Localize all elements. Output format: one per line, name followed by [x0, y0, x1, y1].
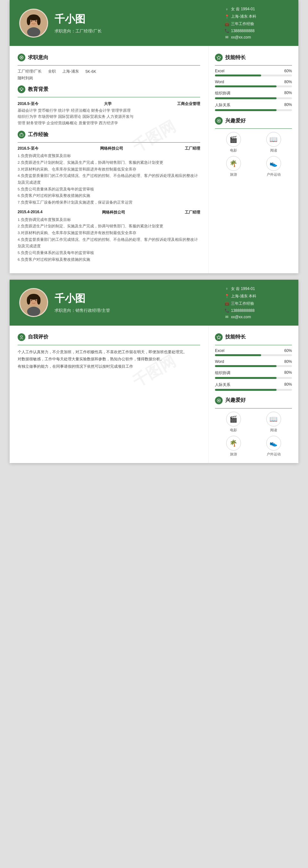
skill-bar-bg: [215, 354, 292, 356]
right-col-1: 技能特长 Excel 60% Word 80%: [209, 46, 298, 273]
skills-title-text-2: 技能特长: [225, 334, 246, 340]
skill-header: 组织协调 80%: [215, 91, 292, 96]
skill-bar-fill: [215, 377, 277, 379]
resume-page-1: 千小图 求职意向：工厂经理/厂长 ♀ 女 齿 1994-01 📍 上海-浦东 本…: [10, 0, 298, 273]
skill-percent: 80%: [284, 359, 292, 364]
candidate-intent-1: 求职意向：工厂经理/厂长: [55, 28, 218, 34]
skill-bar-fill: [215, 389, 277, 391]
edu-header-1: 2016.5-至今 大学 工商企业管理: [18, 100, 200, 107]
work-title-text-1: 工作经验: [28, 131, 48, 138]
phone-icon-2: 📞: [225, 308, 229, 313]
body-2: 自我评价 个人工作认真努力，不介意加班，对工作积极性高，不喜欢把工作留在明天，即…: [10, 326, 298, 463]
hobbies-icon-1: [215, 117, 223, 125]
skill-percent: 80%: [284, 382, 292, 388]
skill-name: 人际关系: [215, 102, 230, 108]
skill-percent: 60%: [284, 69, 292, 73]
work-header-j2: 2015.4-2016.4 网络科技公司 工厂经理: [18, 210, 200, 215]
skill-item: 人际关系 80%: [215, 382, 292, 391]
svg-point-9: [21, 57, 22, 58]
skill-name: 组织协调: [215, 370, 230, 376]
self-icon-2: [18, 333, 25, 341]
skill-item: 人际关系 80%: [215, 102, 292, 111]
section-skills-title-2: 技能特长: [215, 333, 292, 341]
work-job-2: 2015.4-2016.4 网络科技公司 工厂经理 1.负责协调完成年度预算及目…: [18, 210, 200, 263]
hobby-icon: 📖: [266, 132, 281, 147]
work-duties-j2: 1.负责协调完成年度预算及目标 2.负责跟进生产计划的制定、实施及生产完成，协调…: [18, 216, 200, 263]
skill-bar-bg: [215, 86, 292, 87]
skill-percent: 80%: [284, 91, 292, 96]
hobby-icon: 📖: [266, 412, 281, 427]
hobby-label: 户外运动: [267, 452, 281, 457]
skill-bar-fill: [215, 74, 261, 76]
hobby-icon: 🌴: [226, 436, 241, 451]
svg-point-16: [27, 307, 40, 316]
email-icon-1: ✉: [225, 35, 229, 39]
section-hobbies-title-1: 兴趣爱好: [215, 117, 292, 125]
skills-list-1: Excel 60% Word 80% 组织协调 80%: [215, 69, 292, 111]
skills-list-2: Excel 60% Word 80% 组织协调 80%: [215, 348, 292, 391]
svg-point-5: [37, 17, 40, 25]
hobby-icon: 🎬: [226, 132, 241, 147]
hobby-label: 阅读: [270, 428, 277, 433]
header-info-1: ♀ 女 齿 1994-01 📍 上海-浦东 本科 💼 三年工作经验 📞 1388…: [225, 6, 289, 39]
intent-type-1: 全职: [48, 69, 56, 74]
svg-rect-11: [21, 90, 22, 91]
hobby-icon: 👟: [266, 436, 281, 451]
header-2: 千小图 求职意向：销售行政经理/主管 ♀ 女 齿 1994-01 📍 上海-浦东…: [10, 280, 298, 326]
svg-point-23: [21, 336, 23, 338]
info-phone-1: 📞 13888888888: [225, 29, 289, 33]
hobby-item: 🌴 旅游: [215, 156, 252, 177]
skill-item: 组织协调 80%: [215, 91, 292, 99]
avatar-1: [19, 9, 48, 38]
info-phone-2: 📞 13888888888: [225, 308, 289, 313]
location-icon-2: 📍: [225, 294, 229, 298]
hobby-label: 旅游: [230, 452, 237, 457]
hobbies-grid-2: 🎬 电影 📖 阅读 🌴 旅游 👟 户外运动: [215, 412, 292, 457]
avatar-2: [19, 288, 48, 317]
skill-header: Excel 60%: [215, 348, 292, 353]
work-duties-j1: 1.负责协调完成年度预算及目标 2.负责跟进生产计划的制定、实施及生产完成，协调…: [18, 153, 200, 206]
info-location-1: 📍 上海-浦东 本科: [225, 14, 289, 19]
skill-bar-bg: [215, 74, 292, 76]
svg-point-20: [37, 296, 40, 304]
candidate-intent-2: 求职意向：销售行政经理/主管: [55, 308, 218, 313]
info-gender-2: ♀ 女 齿 1994-01: [225, 286, 289, 291]
intent-role-1: 工厂经理/厂长: [18, 69, 42, 74]
skill-header: 人际关系 80%: [215, 382, 292, 388]
hobby-item: 👟 户外运动: [255, 156, 292, 177]
skill-bar-fill: [215, 109, 277, 111]
info-location-2: 📍 上海-浦东 本科: [225, 293, 289, 299]
work-icon-1: [18, 131, 25, 138]
info-gender-1: ♀ 女 齿 1994-01: [225, 6, 289, 12]
location-icon-1: 📍: [225, 14, 229, 19]
hobby-label: 阅读: [270, 148, 277, 153]
section-edu-title-1: 教育背景: [18, 86, 200, 93]
skill-percent: 80%: [284, 102, 292, 108]
skill-name: 组织协调: [215, 91, 230, 96]
intent-salary-1: 5K-6K: [85, 69, 96, 74]
right-col-2: 技能特长 Excel 60% Word 80%: [209, 326, 298, 463]
svg-marker-10: [20, 88, 24, 90]
skill-bar-bg: [215, 97, 292, 99]
hobby-item: 🎬 电影: [215, 412, 252, 433]
skill-percent: 80%: [284, 370, 292, 376]
intent-icon-1: [18, 54, 25, 61]
svg-point-21: [31, 300, 32, 301]
hobbies-title-text-2: 兴趣爱好: [225, 397, 246, 404]
hobby-icon: 🎬: [226, 412, 241, 427]
svg-point-6: [31, 20, 32, 22]
email-icon-2: ✉: [225, 315, 229, 319]
skill-header: 组织协调 80%: [215, 370, 292, 376]
skill-bar-bg: [215, 109, 292, 111]
self-title-text-2: 自我评价: [28, 334, 48, 340]
skill-item: Excel 60%: [215, 69, 292, 76]
skill-bar-bg: [215, 365, 292, 367]
section-hobbies-title-2: 兴趣爱好: [215, 397, 292, 404]
intent-available-1: 随时到岗: [18, 75, 200, 81]
skills-icon-1: [215, 54, 223, 61]
briefcase-icon-2: 💼: [225, 301, 229, 306]
skill-name: Word: [215, 80, 224, 84]
skill-bar-fill: [215, 365, 277, 367]
skill-name: 人际关系: [215, 382, 230, 388]
candidate-name-1: 千小图: [55, 12, 218, 26]
